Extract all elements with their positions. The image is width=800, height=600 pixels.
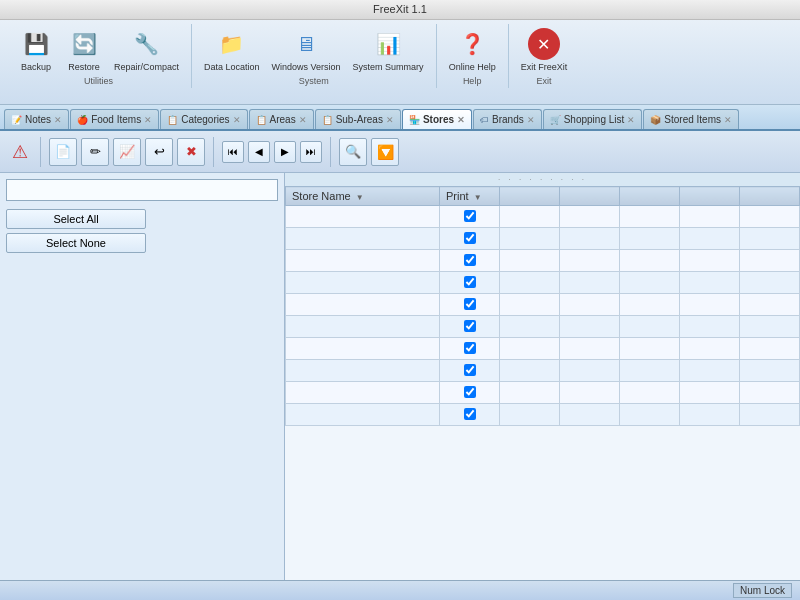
food-items-tab-icon: 🍎 [77, 115, 88, 125]
print-checkbox[interactable] [464, 210, 476, 222]
tab-categories-close[interactable]: ✕ [233, 115, 241, 125]
content-area: Select All Select None · · · · · · · · ·… [0, 173, 800, 580]
windows-version-icon: 🖥 [290, 28, 322, 60]
print-cell[interactable] [440, 250, 500, 272]
areas-tab-icon: 📋 [256, 115, 267, 125]
print-cell[interactable] [440, 272, 500, 294]
add-icon: 📄 [55, 144, 71, 159]
print-sort-arrow: ▼ [474, 193, 482, 202]
exit-freexit-button[interactable]: ✕ Exit FreeXit [517, 26, 572, 74]
print-checkbox[interactable] [464, 342, 476, 354]
backup-label: Backup [21, 62, 51, 72]
tab-sub-areas-close[interactable]: ✕ [386, 115, 394, 125]
tab-notes-close[interactable]: ✕ [54, 115, 62, 125]
store-name-column-header[interactable]: Store Name ▼ [286, 187, 440, 206]
print-cell[interactable] [440, 338, 500, 360]
tab-food-items-close[interactable]: ✕ [144, 115, 152, 125]
table-row [286, 360, 800, 382]
print-cell[interactable] [440, 360, 500, 382]
tab-stores[interactable]: 🏪 Stores ✕ [402, 109, 472, 129]
find-button[interactable]: 🔍 [339, 138, 367, 166]
tab-shopping-list[interactable]: 🛒 Shopping List ✕ [543, 109, 643, 129]
tab-sub-areas[interactable]: 📋 Sub-Areas ✕ [315, 109, 401, 129]
table-row [286, 206, 800, 228]
table-row [286, 382, 800, 404]
col4-header [560, 187, 620, 206]
tab-brands[interactable]: 🏷 Brands ✕ [473, 109, 542, 129]
table-row [286, 272, 800, 294]
system-summary-button[interactable]: 📊 System Summary [349, 26, 428, 74]
windows-version-label: Windows Version [272, 62, 341, 72]
windows-version-button[interactable]: 🖥 Windows Version [268, 26, 345, 74]
select-all-button[interactable]: Select All [6, 209, 146, 229]
data-location-icon: 📁 [216, 28, 248, 60]
undo-button[interactable]: ↩ [145, 138, 173, 166]
tab-areas[interactable]: 📋 Areas ✕ [249, 109, 314, 129]
print-cell[interactable] [440, 382, 500, 404]
print-cell[interactable] [440, 404, 500, 426]
print-checkbox[interactable] [464, 254, 476, 266]
tab-food-items[interactable]: 🍎 Food Items ✕ [70, 109, 159, 129]
last-record-button[interactable]: ⏭ [300, 141, 322, 163]
select-none-button[interactable]: Select None [6, 233, 146, 253]
print-checkbox[interactable] [464, 320, 476, 332]
title-bar: FreeXit 1.1 [0, 0, 800, 20]
print-cell[interactable] [440, 294, 500, 316]
tab-stored-items-close[interactable]: ✕ [724, 115, 732, 125]
col3-header [500, 187, 560, 206]
exit-label: Exit FreeXit [521, 62, 568, 72]
first-record-button[interactable]: ⏮ [222, 141, 244, 163]
print-checkbox[interactable] [464, 298, 476, 310]
tab-stores-close[interactable]: ✕ [457, 115, 465, 125]
print-checkbox[interactable] [464, 386, 476, 398]
edit-icon: ✏ [90, 144, 101, 159]
repair-label: Repair/Compact [114, 62, 179, 72]
table-row [286, 250, 800, 272]
tab-categories[interactable]: 📋 Categories ✕ [160, 109, 247, 129]
ribbon: 💾 Backup 🔄 Restore 🔧 Repair/Compact Util… [0, 20, 800, 105]
shopping-list-tab-icon: 🛒 [550, 115, 561, 125]
prev-icon: ◀ [255, 146, 263, 157]
store-name-cell [286, 404, 440, 426]
undo-icon: ↩ [154, 144, 165, 159]
tab-notes-label: Notes [25, 114, 51, 125]
delete-button[interactable]: ✖ [177, 138, 205, 166]
print-checkbox[interactable] [464, 364, 476, 376]
add-button[interactable]: 📄 [49, 138, 77, 166]
edit-button[interactable]: ✏ [81, 138, 109, 166]
restore-button[interactable]: 🔄 Restore [62, 26, 106, 74]
filter-icon: 🔽 [377, 144, 394, 160]
toolbar-separator-3 [330, 137, 331, 167]
data-location-button[interactable]: 📁 Data Location [200, 26, 264, 74]
print-cell[interactable] [440, 228, 500, 250]
prev-record-button[interactable]: ◀ [248, 141, 270, 163]
tab-shopping-list-close[interactable]: ✕ [627, 115, 635, 125]
backup-button[interactable]: 💾 Backup [14, 26, 58, 74]
print-checkbox[interactable] [464, 408, 476, 420]
next-record-button[interactable]: ▶ [274, 141, 296, 163]
search-input[interactable] [6, 179, 278, 201]
system-summary-label: System Summary [353, 62, 424, 72]
col5-header [620, 187, 680, 206]
chart-button[interactable]: 📈 [113, 138, 141, 166]
print-checkbox[interactable] [464, 276, 476, 288]
tab-notes[interactable]: 📝 Notes ✕ [4, 109, 69, 129]
store-name-cell [286, 272, 440, 294]
info-indicator: ⚠ [8, 134, 32, 170]
tab-brands-close[interactable]: ✕ [527, 115, 535, 125]
table-row [286, 228, 800, 250]
print-column-header[interactable]: Print ▼ [440, 187, 500, 206]
restore-label: Restore [68, 62, 100, 72]
tab-areas-close[interactable]: ✕ [299, 115, 307, 125]
filter-button[interactable]: 🔽 [371, 138, 399, 166]
print-cell[interactable] [440, 316, 500, 338]
online-help-button[interactable]: ❓ Online Help [445, 26, 500, 74]
tab-stored-items[interactable]: 📦 Stored Items ✕ [643, 109, 739, 129]
table-row [286, 338, 800, 360]
status-bar: Num Lock [0, 580, 800, 600]
print-checkbox[interactable] [464, 232, 476, 244]
repair-compact-button[interactable]: 🔧 Repair/Compact [110, 26, 183, 74]
exit-icon: ✕ [528, 28, 560, 60]
print-cell[interactable] [440, 206, 500, 228]
table-row [286, 316, 800, 338]
